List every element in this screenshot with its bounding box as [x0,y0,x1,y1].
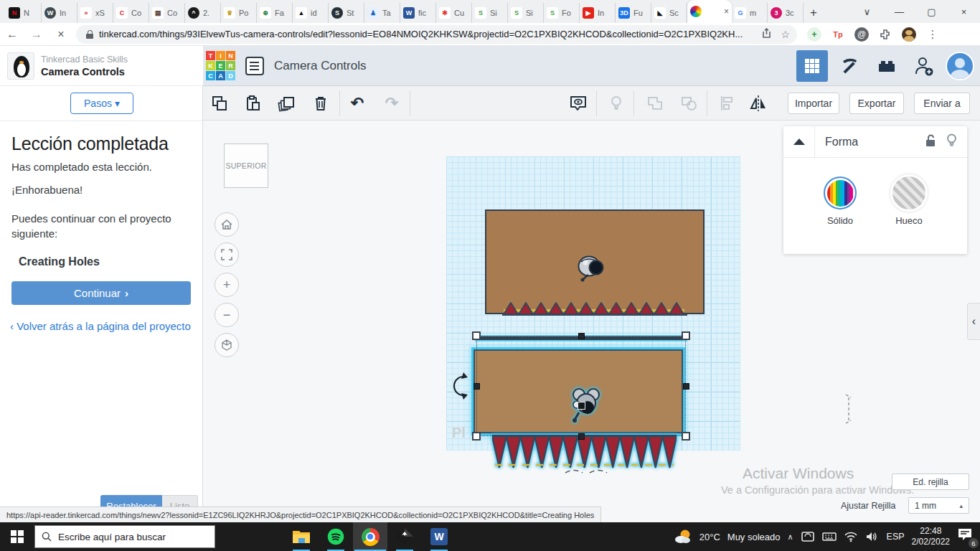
tab-search-icon[interactable]: ∨ [851,0,883,23]
browser-tab[interactable]: 3 3c [768,3,804,23]
fit-view-icon[interactable] [215,242,239,267]
dashboard-grid-button[interactable] [796,50,828,82]
taskbar-app-word[interactable]: W [422,522,456,551]
perspective-cube-icon[interactable] [215,333,239,357]
taskbar-search-input[interactable]: Escribe aquí para buscar [34,525,215,548]
back-to-project-link[interactable]: ‹ Volver atrás a la página del proyecto [10,320,191,332]
taskbar-app-chrome[interactable] [353,522,387,551]
zigzag-fringe-shape[interactable] [502,301,687,316]
clock[interactable]: 22:482/02/2022 [912,526,950,547]
browser-tab[interactable]: W In [42,3,77,23]
minecraft-pickaxe-button[interactable] [834,50,865,82]
mid-handle-top[interactable] [578,333,585,339]
send-to-button[interactable]: Enviar a [914,93,970,114]
browser-tab[interactable]: ▶ In [580,3,616,23]
avatar[interactable] [7,52,34,80]
account-avatar[interactable] [946,52,974,80]
tab-close-icon[interactable]: × [724,6,729,17]
browser-tab[interactable]: ▤ Co [149,3,185,23]
volume-icon[interactable] [865,531,880,542]
home-view-icon[interactable] [215,212,239,237]
browser-tab[interactable]: ✱ Cu [436,3,472,23]
solid-swatch[interactable] [824,176,857,209]
new-tab-button[interactable]: + [804,3,824,23]
puzzle-extensions-icon[interactable] [878,27,892,42]
ungroup-icon[interactable] [679,93,699,113]
browser-tab[interactable]: 3D Fu [616,3,651,23]
paste-icon[interactable] [242,93,263,113]
mirror-icon[interactable] [748,93,768,113]
close-button[interactable]: × [948,0,980,23]
forward-icon[interactable]: → [24,28,49,41]
minimize-button[interactable]: — [883,0,915,23]
browser-tab[interactable]: ♛ Po [221,3,257,23]
unlock-icon[interactable] [925,134,936,150]
taskbar-app-spotify[interactable] [319,522,353,551]
stop-icon[interactable]: × [49,28,73,41]
hide-bulb-icon[interactable] [946,133,957,150]
taskbar-app-inkscape[interactable] [387,522,422,551]
chrome-menu-icon[interactable]: ⋮ [925,27,940,42]
at-extension-icon[interactable]: @ [854,27,869,42]
browser-tab[interactable]: × [687,0,732,23]
browser-tab[interactable]: S St [329,3,364,23]
browser-tab[interactable]: W fic [400,3,436,23]
steps-dropdown-button[interactable]: Pasos▾ [70,93,133,114]
continue-button[interactable]: Continuar› [11,281,191,305]
wifi-icon[interactable] [844,531,858,542]
invite-person-button[interactable] [908,50,940,82]
notes-icon[interactable] [568,93,588,113]
copy-icon[interactable] [209,93,230,113]
browser-tab[interactable]: C Co [113,3,149,23]
mid-handle-right[interactable] [683,383,689,390]
scale-handle-bottom-left[interactable] [472,432,481,441]
zoom-out-icon[interactable]: − [215,303,239,327]
weather-icon[interactable] [674,528,692,545]
browser-tab[interactable]: N N [6,3,42,23]
collapse-inspector-button[interactable] [783,126,815,158]
browser-tab[interactable]: S Si [508,3,544,23]
browser-tab[interactable]: S Fo [544,3,580,23]
browser-tab[interactable]: » xS [77,3,113,23]
selected-fringe-shape[interactable] [492,435,677,471]
lesson-list-icon[interactable] [245,57,264,75]
hole-swatch[interactable] [892,176,925,209]
scale-handle-top-left[interactable] [472,331,481,340]
scale-handle-bottom-right[interactable] [682,432,690,441]
address-bar[interactable]: tinkercad.com/things/93IElvewTus-camera-… [76,25,797,44]
edit-grid-button[interactable]: Ed. rejilla [892,474,969,490]
view-cube[interactable]: SUPERIOR [224,143,268,188]
snap-grid-dropdown[interactable]: 1 mm▴ [908,497,969,514]
delete-icon[interactable] [311,93,331,113]
browser-tab[interactable]: ◣ Sc [651,3,687,23]
duplicate-icon[interactable] [277,93,297,113]
tray-expand-icon[interactable]: ∧ [788,532,793,542]
url-text[interactable]: tinkercad.com/things/93IElvewTus-camera-… [99,29,753,39]
tinkercad-logo[interactable]: TINKERCAD [206,51,235,80]
back-icon[interactable]: ← [0,28,24,41]
taskbar-app-explorer[interactable] [284,522,319,551]
notification-center-icon[interactable]: 6 [957,527,976,546]
light-bulb-icon[interactable] [606,93,626,113]
profile-avatar-icon[interactable] [902,27,916,42]
browser-tab[interactable]: ▲ id [293,3,329,23]
helmet-shape[interactable] [577,254,608,283]
export-button[interactable]: Exportar [849,93,904,114]
start-button[interactable] [0,522,34,551]
zoom-in-icon[interactable]: + [215,273,239,297]
align-icon[interactable] [717,93,737,113]
undo-icon[interactable]: ↶ [347,93,367,113]
collapse-panel-handle[interactable]: ‹ [967,303,980,340]
helmet-center-handle[interactable] [578,402,585,410]
redo-icon[interactable]: ↷ [382,93,402,113]
rotate-handle-icon[interactable] [452,372,468,400]
selected-helmet-shape[interactable] [569,386,602,423]
adblock-extension-icon[interactable]: + [807,27,821,42]
browser-tab[interactable]: ⊕ Fa [257,3,293,23]
share-icon[interactable] [761,28,772,41]
bookmark-star-icon[interactable]: ☆ [781,29,790,40]
browser-tab[interactable]: G m [732,3,768,23]
weather-temp[interactable]: 20°C [699,532,720,542]
maximize-button[interactable]: ▢ [915,0,948,23]
browser-tab[interactable]: ^ 2. [185,3,221,23]
